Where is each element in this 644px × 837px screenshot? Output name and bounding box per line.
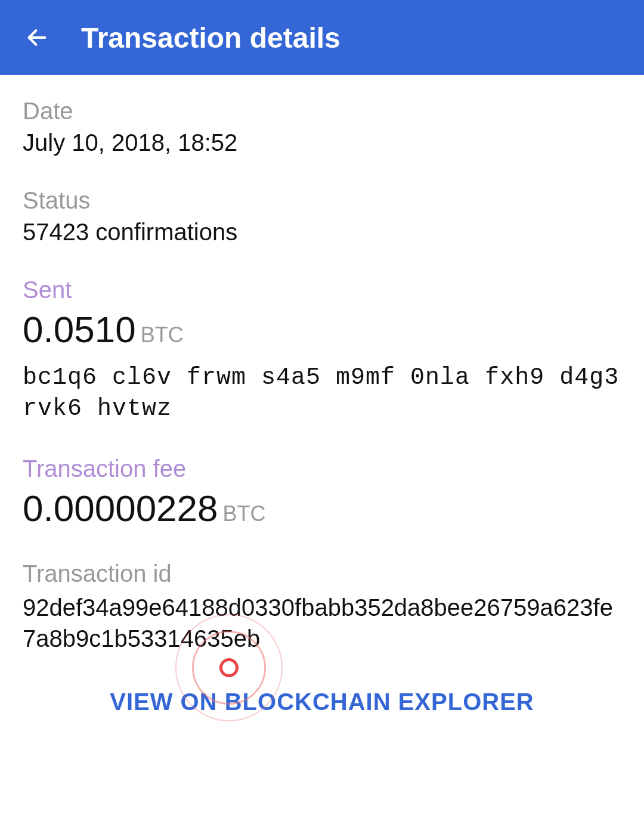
txid-section: Transaction id 92def34a99e64188d0330fbab… <box>23 560 621 654</box>
status-label: Status <box>23 187 621 214</box>
txid-value: 92def34a99e64188d0330fbabb352da8bee26759… <box>23 592 621 654</box>
sent-amount: 0.0510 <box>23 308 136 351</box>
txid-label: Transaction id <box>23 560 621 587</box>
date-value: July 10, 2018, 18:52 <box>23 129 621 156</box>
fee-currency: BTC <box>223 501 266 526</box>
content-area: Date July 10, 2018, 18:52 Status 57423 c… <box>0 75 644 715</box>
fee-amount: 0.00000228 <box>23 487 218 529</box>
sent-currency: BTC <box>141 323 184 348</box>
sent-label: Sent <box>23 277 621 303</box>
date-section: Date July 10, 2018, 18:52 <box>23 98 621 156</box>
fee-label: Transaction fee <box>23 455 621 482</box>
fee-section: Transaction fee 0.00000228 BTC <box>23 455 621 529</box>
fee-amount-row: 0.00000228 BTC <box>23 487 621 529</box>
sent-section: Sent 0.0510 BTC bc1q6 cl6v frwm s4a5 m9m… <box>23 277 621 424</box>
status-value: 57423 confirmations <box>23 219 621 246</box>
back-button[interactable] <box>23 23 51 52</box>
arrow-left-icon <box>25 26 49 49</box>
status-section: Status 57423 confirmations <box>23 187 621 246</box>
recipient-address: bc1q6 cl6v frwm s4a5 m9mf 0nla fxh9 d4g3… <box>23 362 621 424</box>
app-header: Transaction details <box>0 0 644 75</box>
date-label: Date <box>23 98 621 125</box>
view-on-explorer-link[interactable]: VIEW ON BLOCKCHAIN EXPLORER <box>23 689 621 715</box>
page-title: Transaction details <box>81 21 340 54</box>
sent-amount-row: 0.0510 BTC <box>23 308 621 351</box>
